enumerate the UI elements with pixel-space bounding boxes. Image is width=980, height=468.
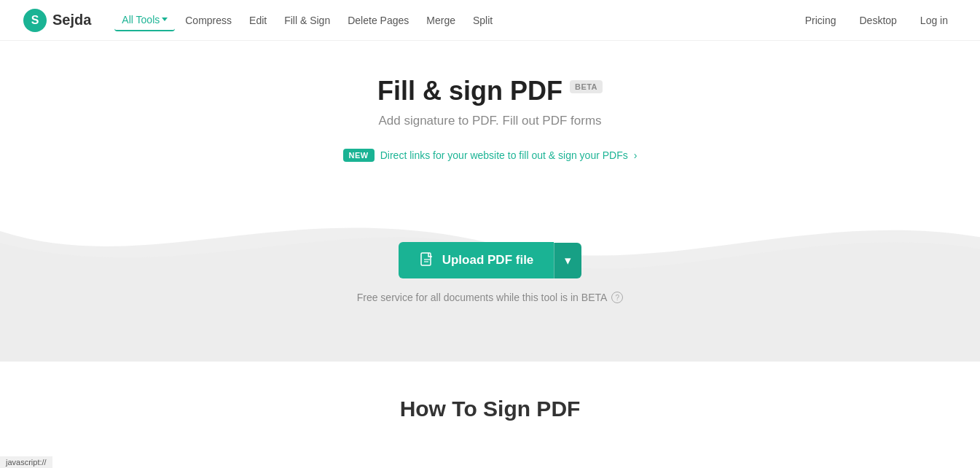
pdf-file-icon bbox=[419, 252, 435, 268]
how-to-section: How To Sign PDF bbox=[0, 362, 980, 436]
new-tag: NEW bbox=[343, 149, 375, 162]
beta-badge: BETA bbox=[570, 80, 603, 93]
logo-name: Sejda bbox=[52, 12, 91, 28]
logo-link[interactable]: S Sejda bbox=[23, 9, 91, 32]
new-chevron-icon: › bbox=[634, 149, 638, 161]
new-link-text: Direct links for your website to fill ou… bbox=[380, 149, 628, 161]
upload-button-wrap: Upload PDF file ▾ bbox=[399, 242, 582, 278]
chevron-down-icon bbox=[162, 17, 168, 21]
upload-section: Upload PDF file ▾ Free service for all d… bbox=[0, 184, 980, 362]
nav-merge[interactable]: Merge bbox=[419, 10, 463, 31]
nav-desktop[interactable]: Desktop bbox=[850, 10, 905, 31]
nav-all-tools[interactable]: All Tools bbox=[114, 9, 175, 31]
nav-fill-sign[interactable]: Fill & Sign bbox=[277, 10, 337, 31]
free-note: Free service for all documents while thi… bbox=[357, 292, 624, 303]
free-note-text: Free service for all documents while thi… bbox=[357, 292, 608, 303]
hero-title-wrap: Fill & sign PDF BETA bbox=[377, 76, 603, 106]
nav-right: Pricing Desktop Log in bbox=[796, 10, 957, 31]
logo-icon: S bbox=[23, 9, 47, 32]
nav-delete-pages[interactable]: Delete Pages bbox=[340, 10, 416, 31]
hero-subtitle: Add signature to PDF. Fill out PDF forms bbox=[15, 114, 965, 128]
nav-edit[interactable]: Edit bbox=[242, 10, 274, 31]
how-to-title: How To Sign PDF bbox=[15, 397, 965, 421]
upload-dropdown-button[interactable]: ▾ bbox=[554, 243, 581, 278]
navbar: S Sejda All Tools Compress Edit Fill & S… bbox=[0, 0, 980, 41]
page-title: Fill & sign PDF bbox=[377, 76, 562, 106]
hero-section: Fill & sign PDF BETA Add signature to PD… bbox=[0, 41, 980, 162]
upload-pdf-button[interactable]: Upload PDF file bbox=[399, 242, 554, 278]
nav-compress[interactable]: Compress bbox=[178, 10, 239, 31]
nav-pricing[interactable]: Pricing bbox=[796, 10, 845, 31]
dropdown-arrow-icon: ▾ bbox=[565, 254, 571, 268]
help-circle-icon[interactable]: ? bbox=[611, 292, 623, 303]
nav-login[interactable]: Log in bbox=[912, 10, 957, 31]
nav-links: All Tools Compress Edit Fill & Sign Dele… bbox=[114, 9, 796, 31]
upload-button-label: Upload PDF file bbox=[442, 253, 534, 268]
new-banner-link[interactable]: NEW Direct links for your website to fil… bbox=[343, 149, 638, 162]
nav-split[interactable]: Split bbox=[466, 10, 500, 31]
